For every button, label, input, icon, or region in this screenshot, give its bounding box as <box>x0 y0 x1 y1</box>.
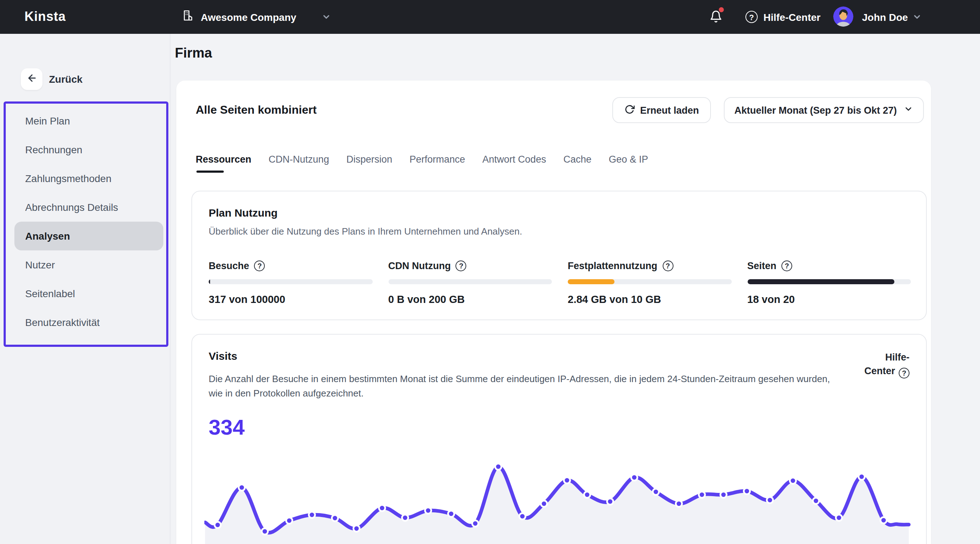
company-selector[interactable]: Awesome Company <box>182 0 296 34</box>
tab-dispersion[interactable]: Dispersion <box>347 154 393 173</box>
sidebar-item-zahlungsmethoden[interactable]: Zahlungsmethoden <box>0 164 170 193</box>
period-selector[interactable]: Aktueller Monat (Sep 27 bis Okt 27) <box>724 97 924 123</box>
back-label[interactable]: Zurück <box>49 73 83 85</box>
help-circle-icon[interactable]: ? <box>456 261 467 271</box>
chart-data-point[interactable] <box>448 511 454 517</box>
tab-cache[interactable]: Cache <box>563 154 592 173</box>
building-icon <box>182 10 194 24</box>
company-analytics-panel: Alle Seiten kombiniert Erneut laden Aktu… <box>176 81 931 544</box>
metric-label: Seiten <box>747 261 776 271</box>
visits-description-line1: Die Anzahl der Besuche in einem bestimmt… <box>208 372 871 387</box>
chart-data-point[interactable] <box>472 520 478 527</box>
chart-data-point[interactable] <box>767 497 773 503</box>
sidebar-item-seitenlabel[interactable]: Seitenlabel <box>0 279 170 308</box>
sidebar: Zurück Mein PlanRechnungenZahlungsmethod… <box>0 34 170 544</box>
chart-data-point[interactable] <box>564 477 570 483</box>
metric-value: 2.84 GB von 10 GB <box>568 294 732 305</box>
plan-usage-metrics: Besuche?317 von 100000CDN Nutzung?0 B vo… <box>208 261 911 305</box>
chart-data-point[interactable] <box>836 514 842 521</box>
reload-label: Erneut laden <box>640 105 699 116</box>
chevron-down-icon[interactable] <box>321 11 331 24</box>
chart-data-point[interactable] <box>698 492 705 498</box>
help-circle-icon[interactable]: ? <box>255 261 265 271</box>
tab-cdn-nutzung[interactable]: CDN-Nutzung <box>269 154 329 173</box>
metric-cdn-nutzung: CDN Nutzung?0 B von 200 GB <box>388 261 552 305</box>
chart-data-point[interactable] <box>309 512 315 518</box>
chart-data-point[interactable] <box>813 498 819 504</box>
chevron-down-icon[interactable] <box>912 11 922 24</box>
chart-data-point[interactable] <box>676 501 682 507</box>
chevron-down-icon <box>904 104 913 116</box>
chart-data-point[interactable] <box>425 507 431 514</box>
kinsta-dashboard: Kinsta Awesome Company <box>0 0 980 544</box>
period-label: Aktueller Monat (Sep 27 bis Okt 27) <box>734 105 897 116</box>
metric-value: 317 von 100000 <box>208 294 372 305</box>
tab-performance[interactable]: Performance <box>409 154 465 173</box>
visits-description: Die Anzahl der Besuche in einem bestimmt… <box>208 372 871 401</box>
topbar: Kinsta Awesome Company <box>0 0 980 34</box>
metric-besuche: Besuche?317 von 100000 <box>208 261 372 305</box>
chart-data-point[interactable] <box>880 517 886 523</box>
chart-data-point[interactable] <box>720 492 726 498</box>
help-line1: Hilfe- <box>885 352 910 363</box>
chart-data-point[interactable] <box>262 528 268 534</box>
metric-label: CDN Nutzung <box>388 261 451 271</box>
reload-button[interactable]: Erneut laden <box>612 97 711 123</box>
chart-data-point[interactable] <box>215 522 221 528</box>
chart-data-point[interactable] <box>858 474 864 480</box>
tab-antwort-codes[interactable]: Antwort Codes <box>482 154 546 173</box>
help-circle-icon[interactable]: ? <box>662 261 673 271</box>
kinsta-logo: Kinsta <box>24 10 66 24</box>
help-circle-icon[interactable]: ? <box>781 261 792 271</box>
chart-data-point[interactable] <box>519 513 525 519</box>
visits-line-chart <box>204 462 911 544</box>
chart-data-point[interactable] <box>607 498 613 504</box>
visits-title: Visits <box>208 350 237 362</box>
metric-seiten: Seiten?18 von 20 <box>747 261 911 305</box>
chart-data-point[interactable] <box>790 477 796 484</box>
chart-data-point[interactable] <box>332 515 338 521</box>
usage-progressbar <box>388 279 552 284</box>
sidebar-item-benutzeraktivit-t[interactable]: Benutzeraktivität <box>0 308 170 337</box>
chart-data-point[interactable] <box>402 514 408 521</box>
chart-area-fill <box>205 467 909 544</box>
visits-total: 334 <box>208 415 245 440</box>
tab-ressourcen[interactable]: Ressourcen <box>196 154 251 173</box>
plan-usage-subtitle: Überblick über die Nutzung des Plans in … <box>208 226 522 237</box>
user-name[interactable]: John Doe <box>862 11 908 23</box>
chart-data-point[interactable] <box>584 492 590 498</box>
sidebar-item-nutzer[interactable]: Nutzer <box>0 250 170 279</box>
sidebar-item-analysen[interactable]: Analysen <box>14 222 163 250</box>
panel-title: Alle Seiten kombiniert <box>196 103 317 116</box>
visits-card: Visits Hilfe- Center? Die Anzahl der Bes… <box>191 334 927 544</box>
chart-data-point[interactable] <box>379 505 385 511</box>
notifications-bell-icon[interactable] <box>710 10 724 24</box>
metric-value: 18 von 20 <box>747 294 911 305</box>
chart-data-point[interactable] <box>353 525 360 531</box>
usage-progressbar <box>208 279 372 284</box>
page-title: Firma <box>175 45 212 61</box>
chart-data-point[interactable] <box>286 517 292 523</box>
help-center-link[interactable]: Hilfe-Center <box>764 11 821 23</box>
help-circle-icon[interactable]: ? <box>745 11 758 23</box>
chart-data-point[interactable] <box>652 488 659 495</box>
chart-data-point[interactable] <box>495 463 501 469</box>
metric-value: 0 B von 200 GB <box>388 294 552 305</box>
chart-data-point[interactable] <box>239 484 245 490</box>
notification-dot <box>719 7 724 12</box>
visits-description-line2: wie in den Protokollen aufgezeichnet. <box>208 387 871 401</box>
sidebar-item-rechnungen[interactable]: Rechnungen <box>0 135 170 164</box>
metric-label: Besuche <box>208 261 249 271</box>
avatar[interactable] <box>833 6 853 27</box>
metric-festplattennutzung: Festplattennutzung?2.84 GB von 10 GB <box>568 261 732 305</box>
back-button[interactable] <box>21 68 43 90</box>
plan-usage-card: Plan Nutzung Überblick über die Nutzung … <box>191 191 927 320</box>
chart-data-point[interactable] <box>631 474 637 480</box>
tab-geo-ip[interactable]: Geo & IP <box>609 154 648 173</box>
chart-data-point[interactable] <box>744 488 750 494</box>
chart-data-point[interactable] <box>541 501 547 507</box>
sidebar-item-abrechnungs-details[interactable]: Abrechnungs Details <box>0 193 170 222</box>
help-circle-icon: ? <box>899 368 910 379</box>
visits-help-center-link[interactable]: Hilfe- Center? <box>864 350 910 379</box>
sidebar-item-mein-plan[interactable]: Mein Plan <box>0 107 170 135</box>
